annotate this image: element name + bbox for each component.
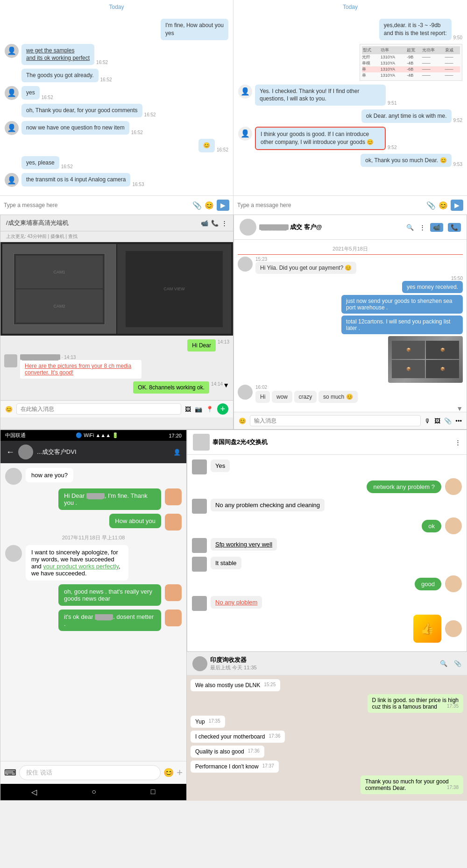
emoji-icon[interactable]: 😊 <box>439 201 448 210</box>
wechat-left-panel: /成交柬埔寨高清光端机 📹 📞 ⋮ 上次更见: 43分钟前 | 摄像机 | 查找… <box>0 215 234 430</box>
menu-dots-icon[interactable]: ••• <box>455 417 462 424</box>
message-bubble: yes,dear. it is -3 ~ -9db and this is th… <box>379 19 452 40</box>
avatar: 👤 <box>5 121 19 135</box>
top-right-messages: yes,dear. it is -3 ~ -9db and this is th… <box>234 14 467 195</box>
message-bubble: OK. 8channels working ok. <box>133 381 209 394</box>
voice-call-icon[interactable]: 📞 <box>448 223 461 232</box>
avatar: 👤 <box>5 44 19 58</box>
wechat-message-input[interactable] <box>16 403 181 415</box>
send-button[interactable]: ▶ <box>451 200 463 211</box>
message-time: 9:53 <box>453 162 462 167</box>
send-button[interactable]: ▶ <box>217 200 229 211</box>
home-nav-icon[interactable]: ○ <box>92 788 96 796</box>
message-time: 15:23 <box>255 257 356 262</box>
search-icon[interactable]: 🔍 <box>440 660 447 667</box>
chat-input-area: 📎 😊 ▶ <box>234 195 467 215</box>
message-bubble: D link is good. so thier price is high c… <box>368 694 463 713</box>
avatar <box>445 478 462 495</box>
msg-row: 15:50 yes money received. <box>238 276 463 293</box>
message-bubble: ok, Thank you so much Dear. 😊 <box>361 154 451 167</box>
message-bubble: Hi Dear ████, I'm fine. Thank you . <box>58 488 161 510</box>
message-bubble: yes, please <box>21 156 59 170</box>
message-bubble: yes money received. <box>402 281 463 293</box>
message-bubble: Performance I don't know 17:37 <box>191 760 279 773</box>
message-input[interactable] <box>237 202 424 208</box>
back-icon[interactable]: ← <box>6 447 14 457</box>
thailand-messages: Yes network any problem ? No any problem… <box>187 455 467 651</box>
good-sticker: 👍 <box>413 615 441 643</box>
wechat-header: /成交柬埔寨高清光端机 📹 📞 ⋮ <box>0 215 233 231</box>
emoji-icon[interactable]: 😊 <box>5 406 13 413</box>
msg-row: Hi Dear 14:13 <box>4 339 229 352</box>
avatar <box>445 620 462 637</box>
message-time: 9:52 <box>453 118 462 123</box>
clock: 17:20 <box>169 433 182 438</box>
message-bubble: Hi Yiia. Did you get our payment? 😊 <box>255 262 356 274</box>
avatar <box>192 656 207 671</box>
emoji-icon[interactable]: 😊 <box>205 201 214 210</box>
attachment-icon[interactable]: 📎 <box>454 660 461 667</box>
chevron-down-icon[interactable]: ▼ <box>223 381 229 394</box>
voice-input-btn[interactable]: 按住 说话 <box>19 765 161 780</box>
avatar <box>240 219 256 236</box>
message-bubble: it's ok dear ████. dosent metter . <box>58 610 161 631</box>
voice-icon[interactable]: 🎙 <box>425 417 431 424</box>
avatar <box>5 545 22 562</box>
person-icon[interactable]: 👤 <box>173 449 181 456</box>
top-left-chat-panel: Today I'm fine, How about you yes 👤 we g… <box>0 0 234 215</box>
carrier: 中国联通 <box>5 432 26 439</box>
avatar: 👤 <box>238 127 252 141</box>
top-right-chat-panel: Today yes,dear. it is -3 ~ -9db and this… <box>234 0 467 215</box>
video-icon[interactable]: 📹 <box>201 220 208 227</box>
back-nav-icon[interactable]: ◁ <box>31 788 37 796</box>
scroll-indicator[interactable]: ▼ <box>238 405 463 412</box>
msg-row: ok <box>192 517 462 534</box>
add-icon[interactable]: + <box>177 767 183 779</box>
add-icon[interactable]: + <box>217 403 228 415</box>
message-input[interactable] <box>4 202 190 208</box>
message-time: 16:52 <box>100 77 112 82</box>
attachment-icon[interactable]: 📎 <box>192 201 202 210</box>
avatar <box>165 514 182 531</box>
avatar: 👤 <box>5 86 19 100</box>
message-time: 16:52 <box>42 95 53 100</box>
camera-icon[interactable]: 📷 <box>195 406 202 413</box>
whatsapp-header: 印度询收发器 最后上线 今天 11:35 🔍 📎 <box>187 652 467 675</box>
avatar <box>165 488 182 505</box>
message-input[interactable] <box>250 415 421 426</box>
msg-row: Sfp working very well <box>192 538 462 553</box>
msg-row: 16:02 Hi wow crazy so much 😊 <box>238 385 463 403</box>
msg-row: D link is good. so thier price is high c… <box>191 694 463 713</box>
menu-icon[interactable]: ⋮ <box>455 439 461 446</box>
message-bubble: network any problem ? <box>367 481 441 493</box>
message-bubble: total 12cartons. I will send you packing… <box>341 316 463 334</box>
search-icon[interactable]: 🔍 <box>406 224 414 231</box>
message-bubble: How about you <box>109 514 161 528</box>
message-bubble: Sfp working very well <box>211 538 277 551</box>
message-bubble: ok Dear. anyt time is ok with me. <box>361 109 452 123</box>
avatar <box>238 385 253 400</box>
image-icon[interactable]: 🖼 <box>434 417 440 424</box>
phone-icon[interactable]: 📞 <box>211 220 219 227</box>
recent-nav-icon[interactable]: □ <box>151 788 156 796</box>
attachment-icon[interactable]: 📎 <box>426 201 436 210</box>
message-bubble: crazy <box>294 391 317 403</box>
msg-row: 👤 Yes. I checked. Thank you! If I find o… <box>238 85 462 106</box>
attachment-icon[interactable]: 📎 <box>444 417 452 424</box>
menu-icon[interactable]: ⋮ <box>221 220 227 227</box>
image-icon[interactable]: 🖼 <box>185 406 191 413</box>
last-seen: 上次更见: 43分钟前 | 摄像机 | 查找 <box>0 231 233 242</box>
emoji-icon[interactable]: 😊 <box>163 768 174 778</box>
avatar <box>4 354 17 367</box>
msg-row: 👤 the transmit os is 4 input Analog came… <box>5 173 228 187</box>
menu-icon[interactable]: ⋮ <box>419 224 425 231</box>
msg-row: I checked your motherboard 17:36 <box>191 731 463 743</box>
video-call-icon[interactable]: 📹 <box>430 223 443 232</box>
message-bubble: oh, Thank you dear, for your good commen… <box>21 104 142 117</box>
msg-row: 👤 yes 16:52 <box>5 86 228 100</box>
status-icons: 🔵 WiFi ▲▲▲ 🔋 <box>76 432 119 438</box>
location-icon[interactable]: 📍 <box>206 406 213 413</box>
msg-row: No any problem checking and cleaning <box>192 499 462 514</box>
keyboard-icon[interactable]: ⌨ <box>4 768 16 778</box>
emoji-icon[interactable]: 😊 <box>239 417 246 424</box>
